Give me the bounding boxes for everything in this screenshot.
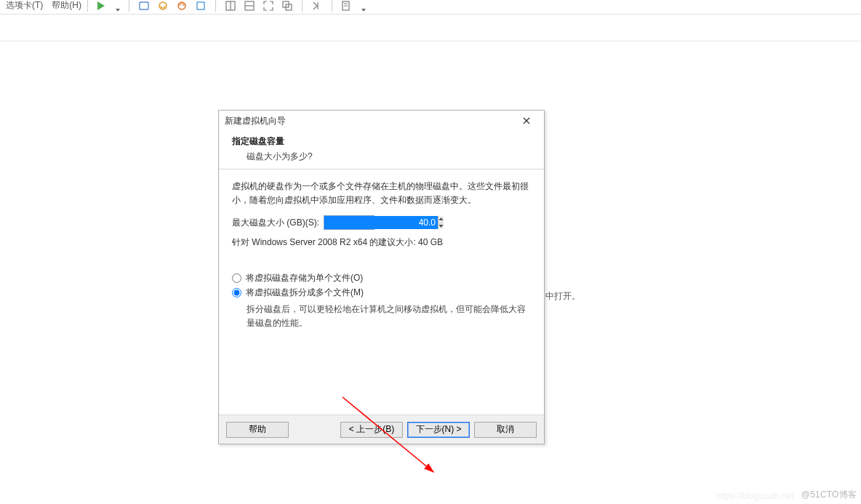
- close-button[interactable]: [515, 113, 538, 128]
- radio-single-file[interactable]: [232, 273, 241, 283]
- dialog-header: 指定磁盘容量 磁盘大小为多少?: [219, 131, 544, 169]
- unity-icon[interactable]: [281, 0, 293, 12]
- play-icon[interactable]: [95, 0, 107, 12]
- radio-split-files[interactable]: [232, 288, 241, 297]
- radio-single-file-label: 将虚拟磁盘存储为单个文件(O): [246, 271, 363, 285]
- watermark-left: https://blog.csdn.net: [716, 491, 794, 501]
- svg-marker-18: [438, 217, 443, 220]
- play-dropdown-caret-icon[interactable]: [116, 4, 120, 8]
- toolbar-divider: [129, 0, 129, 12]
- disk-size-input[interactable]: [324, 216, 438, 229]
- svg-marker-19: [438, 225, 443, 228]
- menu-help[interactable]: 帮助(H): [47, 0, 86, 10]
- cancel-button[interactable]: 取消: [474, 422, 537, 438]
- radio-single-file-row: 将虚拟磁盘存储为单个文件(O): [232, 271, 531, 285]
- toolbar-dropdown-caret-icon[interactable]: [361, 4, 366, 8]
- split-note: 拆分磁盘后，可以更轻松地在计算机之间移动虚拟机，但可能会降低大容量磁盘的性能。: [247, 303, 531, 329]
- dialog-footer: 帮助 < 上一步(B) 下一步(N) > 取消: [219, 415, 544, 444]
- toolbar-divider: [302, 0, 303, 12]
- toolbar-icon-1[interactable]: [138, 0, 150, 12]
- disk-size-row: 最大磁盘大小 (GB)(S):: [232, 215, 531, 230]
- radio-split-files-row: 将虚拟磁盘拆分成多个文件(M): [232, 286, 531, 300]
- toolbar-icon-4[interactable]: [195, 0, 207, 12]
- back-button[interactable]: < 上一步(B): [340, 422, 403, 438]
- disk-size-spinner[interactable]: [324, 215, 375, 230]
- toolbar: [95, 0, 366, 12]
- spin-buttons: [438, 216, 444, 229]
- fullscreen-icon[interactable]: [263, 0, 274, 12]
- layout-split-vert-icon[interactable]: [225, 0, 236, 12]
- radio-split-files-label: 将虚拟磁盘拆分成多个文件(M): [246, 286, 364, 300]
- spin-up-button[interactable]: [438, 216, 444, 223]
- watermark-right: @51CTO博客: [801, 489, 857, 501]
- dialog-header-title: 指定磁盘容量: [232, 135, 531, 148]
- toolbar-divider: [332, 0, 332, 12]
- dialog-title: 新建虚拟机向导: [225, 115, 515, 127]
- toolbar-icon-b[interactable]: [341, 0, 353, 12]
- svg-marker-15: [361, 9, 366, 12]
- menubar: 选项卡(T) 帮助(H): [0, 0, 861, 15]
- background-hint-text: 中打开。: [545, 290, 580, 303]
- disk-size-label: 最大磁盘大小 (GB)(S):: [232, 216, 319, 230]
- svg-rect-2: [140, 2, 148, 9]
- toolbar-icon-a[interactable]: [311, 0, 323, 12]
- svg-rect-5: [197, 2, 204, 9]
- dialog-header-subtitle: 磁盘大小为多少?: [232, 151, 531, 163]
- layout-split-horiz-icon[interactable]: [244, 0, 255, 12]
- toolbar-icon-2[interactable]: [157, 0, 169, 12]
- menu-tabs[interactable]: 选项卡(T): [1, 0, 47, 10]
- spin-down-button[interactable]: [438, 223, 444, 230]
- toolbar-divider: [87, 0, 88, 12]
- dialog-description: 虚拟机的硬盘作为一个或多个文件存储在主机的物理磁盘中。这些文件最初很小，随着您向…: [232, 180, 531, 207]
- svg-marker-0: [97, 1, 105, 10]
- dialog-titlebar: 新建虚拟机向导: [219, 111, 544, 131]
- next-button[interactable]: 下一步(N) >: [407, 422, 470, 438]
- new-vm-wizard-dialog: 新建虚拟机向导 指定磁盘容量 磁盘大小为多少? 虚拟机的硬盘作为一个或多个文件存…: [218, 110, 545, 444]
- svg-marker-1: [116, 9, 120, 12]
- help-button[interactable]: 帮助: [226, 422, 289, 438]
- toolbar-divider: [215, 0, 216, 12]
- recommended-size-text: 针对 Windows Server 2008 R2 x64 的建议大小: 40 …: [232, 236, 531, 249]
- toolbar-icon-3[interactable]: [176, 0, 188, 12]
- dialog-body: 虚拟机的硬盘作为一个或多个文件存储在主机的物理磁盘中。这些文件最初很小，随着您向…: [219, 169, 544, 415]
